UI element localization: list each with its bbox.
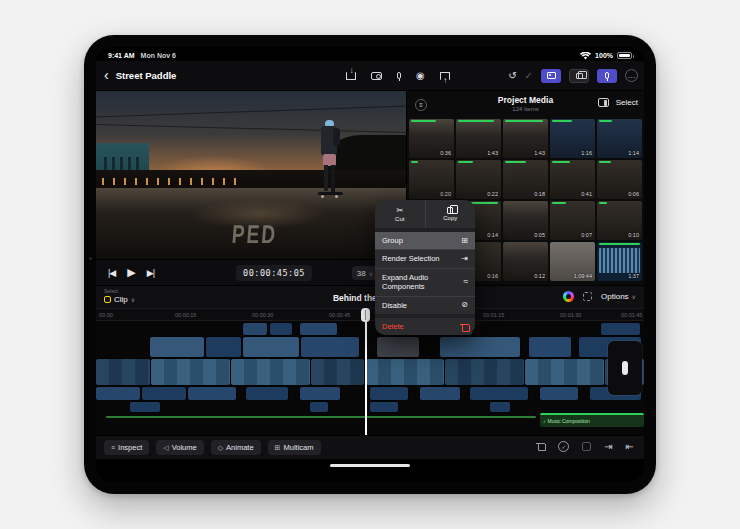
- timeline-clip[interactable]: [420, 387, 460, 400]
- timeline-clip[interactable]: [300, 387, 340, 400]
- clips-browser-button[interactable]: [569, 69, 589, 83]
- animate-button[interactable]: ◇ Animate: [211, 440, 261, 455]
- timeline-clip[interactable]: [377, 337, 419, 357]
- inspect-icon: ≡: [111, 444, 115, 451]
- timeline-clip[interactable]: [311, 359, 364, 385]
- multicam-icon: ⊞: [275, 444, 281, 452]
- home-indicator[interactable]: [330, 464, 410, 467]
- play-button[interactable]: ▶: [127, 266, 134, 279]
- import-media-icon[interactable]: ↓: [346, 72, 356, 80]
- media-clip[interactable]: 0:07: [550, 201, 595, 240]
- media-clip[interactable]: 0:22: [456, 160, 501, 199]
- snapping-icon[interactable]: [583, 292, 592, 301]
- insert-edit-button[interactable]: ⇥: [604, 441, 612, 452]
- share-icon[interactable]: ↑: [440, 72, 450, 80]
- timeline-clip[interactable]: [365, 359, 444, 385]
- media-clip[interactable]: 1:14: [597, 119, 642, 158]
- skateboarder: [316, 120, 346, 220]
- menu-item-group[interactable]: Group ⊞: [375, 232, 475, 249]
- media-browser-button[interactable]: [541, 69, 561, 83]
- timeline-clip[interactable]: [540, 387, 578, 400]
- timeline-clip[interactable]: [246, 387, 288, 400]
- camera-icon[interactable]: [371, 72, 382, 80]
- timeline-clip[interactable]: [206, 337, 241, 357]
- timeline-clip[interactable]: [150, 337, 204, 357]
- timecode-display[interactable]: 00:00:45:05: [236, 265, 312, 281]
- media-clip[interactable]: 0:20: [409, 160, 454, 199]
- timeline-clip[interactable]: [370, 387, 408, 400]
- speaker-icon: ◁: [163, 444, 168, 452]
- music-track-line[interactable]: [106, 416, 536, 418]
- volume-button[interactable]: ◁ Volume: [156, 440, 203, 455]
- timeline-clip[interactable]: [529, 337, 571, 357]
- mic-icon[interactable]: [397, 72, 401, 79]
- timeline-clip[interactable]: [445, 359, 524, 385]
- timeline-clip[interactable]: [440, 337, 520, 357]
- timeline-clip[interactable]: [525, 359, 604, 385]
- options-button[interactable]: Options∨: [601, 292, 636, 301]
- delete-button[interactable]: [537, 442, 545, 451]
- multicam-button[interactable]: ⊞ Multicam: [268, 440, 321, 455]
- select-rect-button[interactable]: [582, 442, 591, 451]
- menu-item-expand-audio[interactable]: Expand Audio Components ≈: [375, 268, 475, 296]
- tasks-icon[interactable]: ✓: [525, 71, 533, 81]
- timeline-clip[interactable]: [151, 359, 230, 385]
- music-clip[interactable]: ♪ Music Composition: [540, 413, 644, 427]
- menu-item-delete[interactable]: Delete: [375, 318, 475, 335]
- media-clip[interactable]: 0:36: [409, 119, 454, 158]
- video-preview[interactable]: PED: [96, 91, 406, 259]
- media-clip[interactable]: 1:09:44: [550, 242, 595, 281]
- timeline-clip[interactable]: [243, 337, 299, 357]
- timeline-clip[interactable]: [231, 359, 310, 385]
- menu-item-render-selection[interactable]: Render Selection ⇥: [375, 249, 475, 267]
- back-chevron-icon[interactable]: ‹: [104, 68, 109, 84]
- timeline-clip[interactable]: [188, 387, 236, 400]
- media-clip[interactable]: 0:12: [503, 242, 548, 281]
- timeline-ruler[interactable]: 00:00 00:00:15 00:00:30 00:00:45 00:01:0…: [96, 308, 644, 321]
- timeline-clip[interactable]: [490, 402, 510, 412]
- ruler-label: 00:01:15: [483, 312, 504, 318]
- record-icon[interactable]: ◉: [416, 71, 425, 81]
- step-back-button[interactable]: |◀: [108, 268, 115, 278]
- copy-button[interactable]: Copy: [425, 200, 476, 228]
- media-clip[interactable]: 1:43: [456, 119, 501, 158]
- media-clip[interactable]: 0:06: [597, 160, 642, 199]
- jog-wheel[interactable]: [608, 341, 642, 395]
- project-name[interactable]: Street Paddle: [116, 70, 177, 81]
- inspect-button[interactable]: ≡ Inspect: [104, 440, 149, 455]
- timeline-clip[interactable]: [470, 387, 528, 400]
- timeline-clip[interactable]: [601, 323, 640, 335]
- undo-icon[interactable]: ↺: [508, 71, 516, 81]
- select-button[interactable]: Select: [616, 98, 638, 107]
- timeline-clip[interactable]: [301, 337, 359, 357]
- media-clip[interactable]: 0:05: [503, 201, 548, 240]
- overwrite-edit-button[interactable]: ⇤: [626, 441, 634, 452]
- timeline-tracks[interactable]: ♪ Music Composition: [96, 321, 644, 435]
- media-clip[interactable]: 0:41: [550, 160, 595, 199]
- cut-button[interactable]: ✂ Cut: [375, 200, 425, 228]
- timeline-clip[interactable]: [370, 402, 398, 412]
- media-clip[interactable]: 0:10: [597, 201, 642, 240]
- timeline-clip[interactable]: [270, 323, 292, 335]
- timeline-clip[interactable]: [300, 323, 337, 335]
- voiceover-button[interactable]: [597, 69, 617, 83]
- ipad-device: 9:41 AM Mon Nov 6 100% ‹ Street Paddle ↓…: [84, 35, 656, 494]
- media-clip[interactable]: 0:18: [503, 160, 548, 199]
- playhead[interactable]: [365, 308, 367, 435]
- enhance-icon[interactable]: [563, 291, 574, 302]
- done-check-button[interactable]: ✓: [558, 441, 569, 452]
- menu-item-disable[interactable]: Disable ⊘: [375, 296, 475, 314]
- timeline-clip[interactable]: [96, 387, 140, 400]
- timeline-clip[interactable]: [310, 402, 328, 412]
- timeline-clip[interactable]: [130, 402, 160, 412]
- sidebar-toggle-icon[interactable]: [598, 98, 609, 107]
- render-icon: ⇥: [461, 255, 468, 263]
- step-forward-button[interactable]: ▶|: [147, 268, 154, 278]
- timeline-clip[interactable]: [96, 359, 150, 385]
- media-clip[interactable]: 1:43: [503, 119, 548, 158]
- timeline-clip[interactable]: [142, 387, 186, 400]
- audio-clip-waveform[interactable]: 1:37: [597, 242, 642, 281]
- timeline-clip[interactable]: [243, 323, 267, 335]
- media-clip[interactable]: 1:16: [550, 119, 595, 158]
- more-button[interactable]: …: [625, 69, 638, 82]
